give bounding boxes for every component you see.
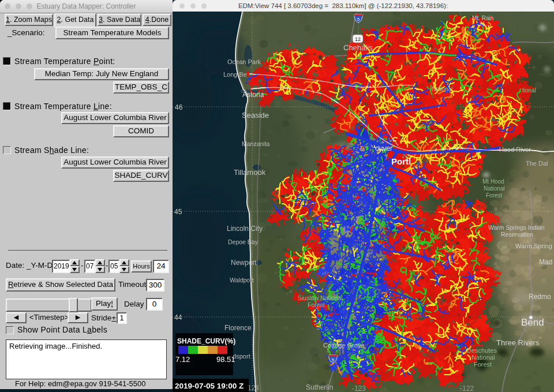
- svg-text:44: 44: [174, 313, 182, 322]
- svg-text:The Dal: The Dal: [526, 160, 548, 167]
- svg-text:Newport: Newport: [231, 259, 257, 267]
- svg-text:Seaside: Seaside: [242, 111, 269, 120]
- svg-text:Sutherlin: Sutherlin: [306, 383, 333, 391]
- svg-text:Chehalis: Chehalis: [343, 43, 373, 52]
- svg-text:Portl: Portl: [391, 156, 411, 166]
- svg-text:Cottage Grove: Cottage Grove: [323, 342, 365, 349]
- svg-text:tional: tional: [522, 87, 536, 94]
- svg-text:National: National: [432, 86, 453, 92]
- svg-text:Lincoln City: Lincoln City: [227, 225, 263, 233]
- svg-text:-122: -122: [460, 384, 474, 392]
- svg-text:Forest: Forest: [308, 301, 325, 308]
- svg-text:Mad: Mad: [539, 258, 552, 266]
- svg-text:12: 12: [355, 36, 361, 42]
- svg-text:Warm Springs Indian: Warm Springs Indian: [488, 224, 545, 231]
- svg-text:ouver: ouver: [375, 144, 392, 152]
- svg-text:National: National: [484, 185, 505, 192]
- svg-text:Redmo: Redmo: [529, 293, 551, 301]
- svg-text:Ocean Park: Ocean Park: [227, 58, 261, 65]
- svg-text:Florence: Florence: [224, 324, 252, 332]
- svg-text:Hood River: Hood River: [499, 146, 531, 153]
- svg-text:SHADE_CURV(%): SHADE_CURV(%): [177, 337, 235, 345]
- svg-text:46: 46: [175, 103, 183, 111]
- svg-text:5: 5: [332, 357, 335, 363]
- svg-text:Waldport: Waldport: [230, 277, 254, 283]
- svg-text:98.51: 98.51: [216, 355, 235, 364]
- svg-text:National: National: [471, 354, 495, 361]
- svg-text:Astoria: Astoria: [242, 91, 264, 99]
- svg-text:5: 5: [357, 17, 360, 22]
- svg-text:7.12: 7.12: [175, 355, 190, 364]
- svg-text:Warm Spring: Warm Spring: [515, 242, 552, 249]
- svg-text:Deschutes: Deschutes: [467, 347, 497, 354]
- svg-text:Tillamook: Tillamook: [234, 168, 266, 177]
- svg-text:Three Rivers: Three Rivers: [496, 338, 540, 347]
- svg-text:Siuslaw National: Siuslaw National: [298, 294, 343, 301]
- svg-text:-123: -123: [352, 384, 366, 392]
- svg-text:Depoe Bay: Depoe Bay: [228, 238, 259, 245]
- svg-text:Manzanita: Manzanita: [242, 140, 270, 147]
- svg-text:N...: N...: [480, 21, 489, 27]
- svg-text:2019-07-05 19:00 Z: 2019-07-05 19:00 Z: [175, 382, 244, 390]
- svg-text:Forest: Forest: [474, 361, 492, 368]
- svg-text:Forest: Forest: [486, 192, 503, 199]
- svg-text:Long Be: Long Be: [223, 71, 247, 78]
- svg-text:45: 45: [174, 208, 182, 216]
- svg-text:Mt Hood: Mt Hood: [482, 178, 504, 185]
- svg-text:Reservation: Reservation: [501, 231, 533, 238]
